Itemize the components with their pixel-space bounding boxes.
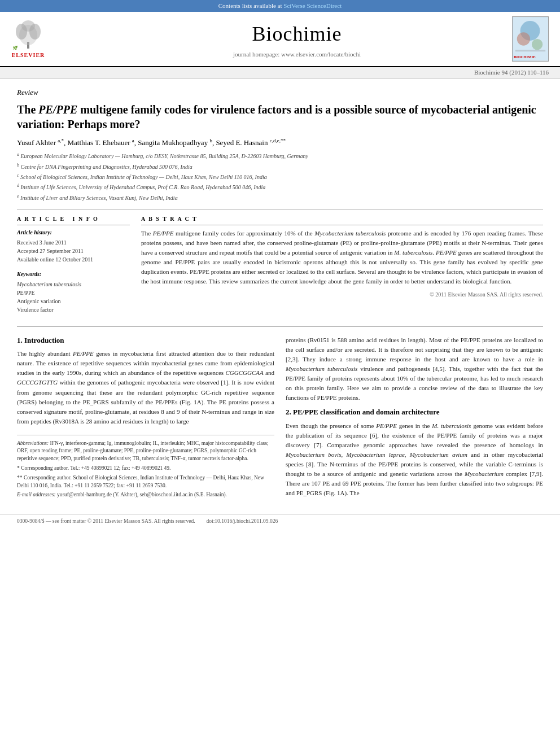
keywords-heading: Keywords: xyxy=(17,270,130,278)
article-info-section: A R T I C L E I N F O Article history: R… xyxy=(17,215,130,264)
svg-text:BIOCHIMIE: BIOCHIMIE xyxy=(514,55,536,59)
section2-paragraph: Even though the presence of some PE/PPE … xyxy=(286,421,543,498)
elsevier-tree-icon: 🌿 xyxy=(11,19,45,50)
abstract-column: A B S T R A C T The PE/PPE multigene fam… xyxy=(141,215,543,321)
keyword-3: Antigenic variation xyxy=(17,297,130,305)
article-info-column: A R T I C L E I N F O Article history: R… xyxy=(17,215,130,321)
affiliation-e: e Institute of Liver and Biliary Science… xyxy=(17,193,543,202)
section1-right-paragraph: proteins (Rv0151 is 588 amino acid resid… xyxy=(286,335,543,403)
svg-point-9 xyxy=(532,39,542,50)
received-date: Received 3 June 2011 xyxy=(17,238,130,247)
body-right-column: proteins (Rv0151 is 588 amino acid resid… xyxy=(286,335,543,503)
article-reference: Biochimie 94 (2012) 110–116 xyxy=(0,67,560,78)
info-abstract-block: A R T I C L E I N F O Article history: R… xyxy=(17,215,543,321)
affiliation-b: b Centre for DNA Fingerprinting and Diag… xyxy=(17,162,543,171)
svg-text:🌿: 🌿 xyxy=(12,45,19,50)
sciverse-link[interactable]: SciVerse ScienceDirect xyxy=(283,2,342,9)
elsevier-logo: 🌿 ELSEVIER xyxy=(11,19,45,59)
accepted-date: Accepted 27 September 2011 xyxy=(17,247,130,255)
abstract-text: The PE/PPE multigene family codes for ap… xyxy=(141,229,543,286)
svg-point-4 xyxy=(21,20,35,32)
section1-heading: 1. Introduction xyxy=(17,335,274,346)
available-date: Available online 12 October 2011 xyxy=(17,255,130,264)
footnote-corresponding2: ** Corresponding author. School of Biolo… xyxy=(17,474,274,490)
keyword-4: Virulence factor xyxy=(17,305,130,314)
footnote-email: E-mail addresses: yusuf@embl-hamburg.de … xyxy=(17,491,274,499)
body-content: 1. Introduction The highly abundant PE/P… xyxy=(17,335,543,503)
svg-point-8 xyxy=(517,33,530,46)
divider-2 xyxy=(17,326,543,327)
article-info-heading: A R T I C L E I N F O xyxy=(17,215,130,225)
journal-homepage: journal homepage: www.elsevier.com/locat… xyxy=(90,50,504,59)
article-type: Review xyxy=(17,88,543,98)
doi-text: doi:10.1016/j.biochi.2011.09.026 xyxy=(207,518,278,525)
journal-cover-image: BIOCHIMIE xyxy=(512,16,549,62)
svg-rect-10 xyxy=(515,50,545,52)
section1-paragraph: The highly abundant PE/PPE genes in myco… xyxy=(17,349,274,426)
journal-title: Biochimie xyxy=(90,20,504,48)
history-heading: Article history: xyxy=(17,229,130,237)
elsevier-branding: 🌿 ELSEVIER xyxy=(11,19,90,59)
journal-title-block: Biochimie journal homepage: www.elsevier… xyxy=(90,20,504,59)
copyright-line: © 2011 Elsevier Masson SAS. All rights r… xyxy=(141,291,543,299)
main-content: Review The PE/PPE multigene family codes… xyxy=(0,79,560,514)
section2-heading: 2. PE/PPE classification and domain arch… xyxy=(286,407,543,417)
abstract-heading: A B S T R A C T xyxy=(141,215,543,225)
journal-header: 🌿 ELSEVIER Biochimie journal homepage: w… xyxy=(0,12,560,67)
article-title: The PE/PPE multigene family codes for vi… xyxy=(17,102,543,132)
journal-cover: BIOCHIMIE xyxy=(504,16,549,62)
keyword-1: Mycobacterium tuberculosis xyxy=(17,280,130,289)
contents-text: Contents lists available at xyxy=(218,2,283,9)
divider-1 xyxy=(17,209,543,209)
elsevier-text: ELSEVIER xyxy=(12,51,45,59)
footnote-abbreviations: Abbreviations: IFN-γ, interferon-gamma; … xyxy=(17,440,274,463)
affiliation-a: a European Molecular Biology Laboratory … xyxy=(17,151,543,160)
issn-text: 0300-9084/$ — see front matter © 2011 El… xyxy=(17,518,195,525)
authors-line: Yusuf Akhter a,*, Matthias T. Ehebauer a… xyxy=(17,137,543,148)
keywords-section: Keywords: Mycobacterium tuberculosis PE/… xyxy=(17,270,130,314)
bottom-bar: 0300-9084/$ — see front matter © 2011 El… xyxy=(0,514,560,528)
footnotes-block: Abbreviations: IFN-γ, interferon-gamma; … xyxy=(17,435,274,499)
footnote-corresponding1: * Corresponding author. Tel.: +49 408990… xyxy=(17,465,274,473)
top-bar: Contents lists available at SciVerse Sci… xyxy=(0,0,560,12)
body-left-column: 1. Introduction The highly abundant PE/P… xyxy=(17,335,274,503)
affiliation-d: d Institute of Life Sciences, University… xyxy=(17,182,543,191)
keyword-2: PE/PPE xyxy=(17,289,130,297)
affiliation-c: c School of Biological Sciences, Indian … xyxy=(17,172,543,181)
affiliations-block: a European Molecular Biology Laboratory … xyxy=(17,151,543,202)
